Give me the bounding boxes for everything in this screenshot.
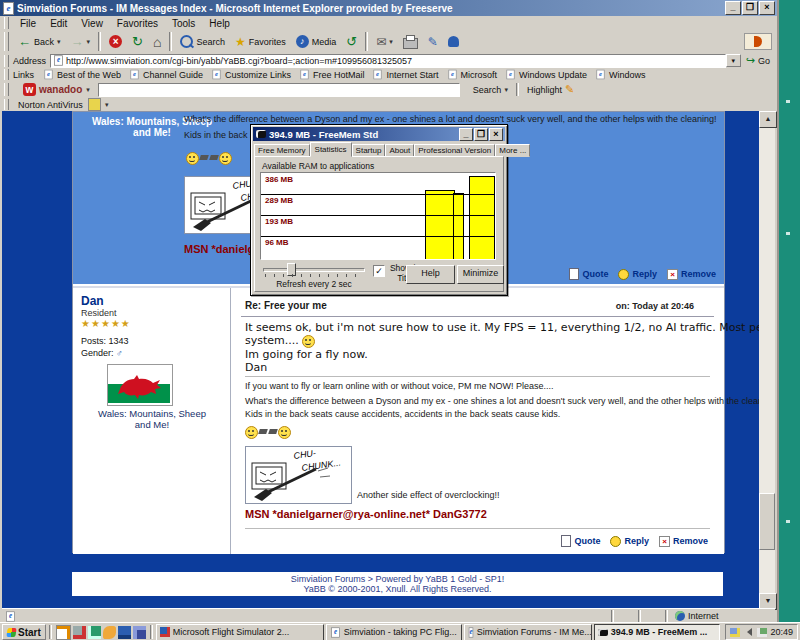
norton-dropdown-icon[interactable]: ▾ <box>105 101 109 109</box>
display-settings-icon[interactable] <box>730 628 740 637</box>
refresh-button[interactable]: ↻ <box>127 33 148 50</box>
link-windows-update[interactable]: eWindows Update <box>501 68 591 81</box>
link-channel-guide[interactable]: eChannel Guide <box>125 68 207 81</box>
overclock-cartoon-image[interactable]: CHU- CHUNK... <box>245 446 352 504</box>
mail-dropdown-icon[interactable]: ▾ <box>389 38 393 46</box>
flightsim-icon[interactable] <box>73 626 86 639</box>
wanadoo-grip[interactable] <box>4 83 9 97</box>
stop-button[interactable]: × <box>104 33 127 50</box>
footer-powered-by[interactable]: Simviation Forums > Powered by YaBB 1 Go… <box>72 574 723 584</box>
wanadoo-toolbar: w wanadoo ▾ Search ▾ Highlight ✎ <box>2 81 775 99</box>
address-dropdown-button[interactable]: ▾ <box>726 54 741 67</box>
edit-button[interactable]: ✎ <box>423 33 443 51</box>
link-label: Microsoft <box>461 70 498 80</box>
menu-help[interactable]: Help <box>202 17 237 30</box>
link-best-of-web[interactable]: eBest of the Web <box>39 68 125 81</box>
dialog-close-button[interactable]: × <box>489 128 503 141</box>
forward-button[interactable]: → ▾ <box>66 33 96 50</box>
start-button[interactable]: Start <box>2 624 46 640</box>
quote-link[interactable]: Quote <box>561 535 600 547</box>
post-body-line2: system.... <box>245 334 299 347</box>
my-computer-icon[interactable] <box>133 626 146 639</box>
post-body-line2-wrap: system.... <box>245 334 315 348</box>
dialog-minimize-button[interactable]: _ <box>459 128 473 141</box>
link-free-hotmail[interactable]: eFree HotMail <box>295 68 369 81</box>
msn-bird-icon[interactable] <box>103 626 116 639</box>
help-button[interactable]: Help <box>406 265 455 284</box>
wanadoo-search-dropdown-icon: ▾ <box>504 86 508 94</box>
task-simviation-forums[interactable]: e Simviation Forums - IM Me... <box>464 624 592 640</box>
volume-icon[interactable] <box>743 628 752 636</box>
task-flight-simulator[interactable]: Microsoft Flight Simulator 2... <box>156 624 324 640</box>
quote-link[interactable]: Quote <box>569 268 608 280</box>
link-internet-start[interactable]: eInternet Start <box>368 68 442 81</box>
scrollbar-thumb[interactable] <box>759 493 775 550</box>
compose-icon[interactable] <box>56 625 71 640</box>
maximize-button[interactable]: ❐ <box>742 1 758 15</box>
menu-tools[interactable]: Tools <box>165 17 202 30</box>
go-button[interactable]: ↪ Go <box>741 52 775 69</box>
media-button[interactable]: ♪ Media <box>291 33 342 50</box>
search-button[interactable]: Search <box>175 33 230 50</box>
print-button[interactable] <box>398 33 423 51</box>
tab-statistics[interactable]: Statistics <box>310 142 352 157</box>
quick-launch-tray <box>55 625 147 640</box>
dialog-maximize-button[interactable]: ❐ <box>474 128 488 141</box>
task-simviation-site[interactable]: e Simviation - taking PC Flig... <box>326 624 462 640</box>
scroll-up-button[interactable]: ▲ <box>759 111 777 128</box>
menu-bar-grip[interactable] <box>4 17 9 28</box>
wanadoo-search-input[interactable] <box>98 83 460 97</box>
link-windows[interactable]: eWindows <box>591 68 650 81</box>
taskbar-clock[interactable]: 20:49 <box>770 627 793 637</box>
post-author-sidebar: Dan Resident ★★★★★ Posts: 1343 Gender: ♂ <box>73 288 231 554</box>
favorites-button[interactable]: ★ Favorites <box>230 33 291 51</box>
antivirus-tray-icon[interactable] <box>757 628 767 637</box>
messenger-icon[interactable] <box>118 626 131 639</box>
remove-link[interactable]: ×Remove <box>659 535 708 547</box>
task-freemem[interactable]: 394.9 MB - FreeMem ... <box>594 624 720 640</box>
menu-view[interactable]: View <box>74 17 110 30</box>
menu-favorites[interactable]: Favorites <box>110 17 165 30</box>
wanadoo-search-button[interactable]: Search ▾ <box>468 83 513 97</box>
menu-file[interactable]: File <box>13 17 43 30</box>
mail-button[interactable]: ✉ ▾ <box>371 33 398 51</box>
link-microsoft[interactable]: eMicrosoft <box>443 68 502 81</box>
author-name-link[interactable]: Dan <box>81 294 104 308</box>
close-button[interactable]: × <box>759 1 775 15</box>
menu-edit[interactable]: Edit <box>43 17 74 30</box>
slider-track[interactable] <box>263 268 365 272</box>
browser-window: e Simviation Forums - IM Messages Index … <box>0 0 779 622</box>
link-page-icon: e <box>300 70 308 80</box>
minimize-button-dialog[interactable]: Minimize <box>457 265 504 284</box>
address-bar-grip[interactable] <box>4 55 9 67</box>
reply-link[interactable]: Reply <box>610 535 649 547</box>
remove-link[interactable]: ×Remove <box>667 268 716 280</box>
dialog-titlebar[interactable]: 394.9 MB - FreeMem Std _ ❐ × <box>253 127 505 141</box>
minimize-button[interactable]: _ <box>725 1 741 15</box>
page-scrollbar[interactable]: ▲ ▼ <box>759 111 775 608</box>
status-zone-pane: Internet <box>671 611 775 621</box>
address-url[interactable]: http://www.simviation.com/cgi-bin/yabb/Y… <box>66 56 412 66</box>
highlight-button[interactable]: Highlight ✎ <box>522 81 579 98</box>
address-input[interactable]: e http://www.simviation.com/cgi-bin/yabb… <box>50 54 726 68</box>
link-label: Windows Update <box>519 70 587 80</box>
norton-grip[interactable] <box>4 99 9 109</box>
messenger-button[interactable] <box>443 34 464 49</box>
home-button[interactable]: ⌂ <box>148 32 166 52</box>
links-bar-grip[interactable] <box>4 69 9 79</box>
smiley-icon <box>186 152 199 165</box>
back-dropdown-icon[interactable]: ▾ <box>57 38 61 46</box>
task-label: Microsoft Flight Simulator 2... <box>173 627 290 637</box>
forward-dropdown-icon[interactable]: ▾ <box>87 38 91 46</box>
browser-titlebar[interactable]: e Simviation Forums - IM Messages Index … <box>0 0 777 16</box>
toolbar-grip[interactable] <box>4 32 9 50</box>
show-in-title-checkbox[interactable]: ✓ <box>373 265 385 277</box>
show-desktop-icon[interactable] <box>88 626 101 639</box>
wanadoo-dropdown-icon[interactable]: ▾ <box>86 86 90 94</box>
reply-link[interactable]: Reply <box>618 268 657 280</box>
back-button[interactable]: ← Back ▾ <box>13 33 66 50</box>
history-button[interactable]: ↺ <box>341 32 362 51</box>
refresh-slider[interactable] <box>263 263 365 277</box>
task-ie-icon: e <box>468 627 473 637</box>
link-customize-links[interactable]: eCustomize Links <box>207 68 295 81</box>
